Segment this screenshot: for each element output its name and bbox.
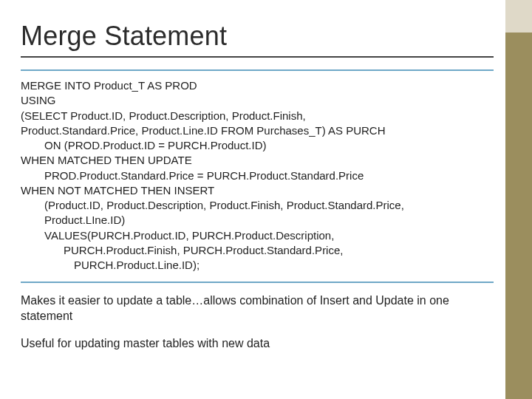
sql-line: PURCH.Product.Line.ID); [21, 258, 494, 273]
sql-line: MERGE INTO Product_T AS PROD [21, 78, 494, 93]
sql-line: Product.LIne.ID) [21, 213, 494, 228]
sql-line: PURCH.Product.Finish, PURCH.Product.Stan… [21, 243, 494, 258]
sql-line: USING [21, 93, 494, 108]
sql-line: Product.Standard.Price, Product.Line.ID … [21, 123, 494, 138]
sql-line: VALUES(PURCH.Product.ID, PURCH.Product.D… [21, 228, 494, 243]
sql-line: (SELECT Product.ID, Product.Description,… [21, 109, 494, 123]
accent-bottom [505, 33, 532, 399]
title-underline [21, 56, 494, 58]
slide-content: Merge Statement MERGE INTO Product_T AS … [0, 0, 532, 352]
sql-code-block: MERGE INTO Product_T AS PROD USING (SELE… [21, 69, 494, 283]
sql-line: ON (PROD.Product.ID = PURCH.Product.ID) [21, 138, 494, 153]
slide-title: Merge Statement [21, 21, 494, 52]
sql-line: (Product.ID, Product.Description, Produc… [21, 198, 494, 213]
accent-top [505, 0, 532, 33]
sql-line: WHEN NOT MATCHED THEN INSERT [21, 183, 494, 198]
note-paragraph: Useful for updating master tables with n… [21, 336, 494, 352]
note-paragraph: Makes it easier to update a table…allows… [21, 293, 494, 324]
slide-notes: Makes it easier to update a table…allows… [21, 293, 494, 351]
sql-line: WHEN MATCHED THEN UPDATE [21, 153, 494, 168]
side-accent-bar [505, 0, 532, 399]
sql-line: PROD.Product.Standard.Price = PURCH.Prod… [21, 168, 494, 183]
